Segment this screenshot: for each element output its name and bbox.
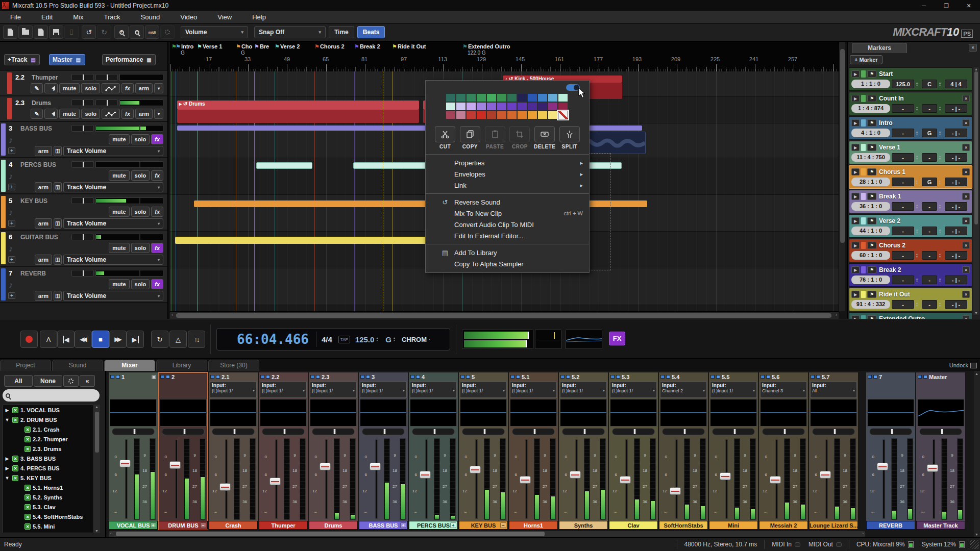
no-color-swatch-selected[interactable] — [558, 111, 568, 119]
solo-button[interactable]: solo — [81, 109, 100, 119]
color-swatch[interactable] — [548, 94, 557, 102]
punch-button[interactable]: Λ — [40, 331, 57, 348]
marker-time-field[interactable]: 1 : 1 : 0 — [851, 80, 890, 88]
draw-tool-button[interactable]: ✎ — [31, 109, 43, 119]
color-swatch[interactable] — [446, 94, 455, 102]
color-toggle-switch[interactable] — [566, 84, 580, 91]
volume-fader[interactable] — [468, 438, 483, 520]
mixer-channel-strip[interactable]: 2.1 Input: (L)Input 1/▾ 0 6 — [209, 372, 258, 530]
key-spinner[interactable]: ▲▼ — [939, 251, 943, 260]
marker-name[interactable]: Count In — [879, 95, 961, 102]
track-name[interactable]: GUITAR BUS — [20, 234, 58, 241]
expand-arrow-icon[interactable]: ▶ — [4, 456, 10, 461]
mixer-channel-strip[interactable]: 5.6 Input: Channel 3▾ 0 6 — [759, 372, 808, 530]
automation-param-select[interactable]: Track Volume▾ — [63, 255, 163, 265]
close-button[interactable]: ✕ — [958, 0, 980, 11]
marker-expand-button[interactable]: ▶ — [851, 217, 860, 224]
marker-timesig-field[interactable]: - | - — [945, 104, 967, 113]
marker-card[interactable]: ▶ ⚑ Chorus 2 ✕ 60 : 1 : 0 - ▲▼ - ▲▼ - | … — [849, 239, 972, 262]
key-spinner[interactable]: ▲▼ — [939, 178, 943, 186]
scroll-down-icon[interactable]: ▼ — [974, 311, 978, 315]
marker-time-field[interactable]: 28 : 1 : 0 — [851, 178, 890, 186]
fader-handle[interactable] — [570, 471, 581, 479]
tempo-spinner[interactable]: ▲▼ — [916, 227, 920, 235]
new-project-button[interactable] — [3, 26, 17, 39]
volume-fader[interactable] — [668, 438, 683, 520]
channel-name-label[interactable]: KEY BUS− — [459, 521, 508, 530]
mode-dropdown[interactable]: ▼ — [428, 338, 431, 341]
scroll-left-icon[interactable]: ‹ — [172, 312, 173, 317]
color-swatch[interactable] — [548, 103, 557, 110]
tempo-spinner[interactable]: ▲▼ — [916, 153, 920, 162]
marker-key-field[interactable]: - — [922, 276, 937, 284]
color-swatch[interactable] — [456, 111, 465, 119]
marker-tempo-field[interactable]: - — [892, 129, 914, 137]
pitch-mode[interactable]: CHROM — [402, 336, 427, 343]
markers-close-button[interactable]: ✕ — [969, 44, 977, 52]
section-marker[interactable]: ⚑Break 2 — [354, 43, 431, 50]
metronome-button[interactable]: △ — [169, 331, 187, 348]
fx-button[interactable]: fx — [121, 109, 134, 119]
pan-slider[interactable] — [162, 428, 205, 435]
fx-button[interactable]: fx — [151, 279, 163, 289]
marker-tempo-field[interactable]: - — [892, 104, 914, 113]
fader-handle[interactable] — [770, 476, 781, 484]
tree-item[interactable]: ✕ 2.1. Crash — [3, 424, 93, 434]
marker-tempo-field[interactable]: - — [892, 227, 914, 235]
marker-delete-button[interactable]: ✕ — [962, 193, 970, 200]
undo-button[interactable]: ↺ — [82, 26, 96, 39]
marker-card[interactable]: ▶ ⚑ Chorus 1 ✕ 28 : 1 : 0 - ▲▼ G ▲▼ - | … — [849, 165, 972, 189]
marker-name[interactable]: Verse 1 — [879, 144, 961, 151]
add-lane-button[interactable]: + — [8, 220, 15, 227]
marker-delete-button[interactable]: ✕ — [962, 315, 970, 319]
tempo-spinner[interactable]: ▲▼ — [916, 104, 920, 113]
record-button[interactable] — [20, 331, 38, 348]
color-swatch[interactable] — [497, 103, 506, 110]
channel-header[interactable]: 5.5 — [709, 372, 758, 381]
channel-name-label[interactable]: Clav — [609, 521, 658, 530]
channel-name-label[interactable]: Messiah 2 — [759, 521, 808, 530]
mixer-channel-strip[interactable]: 2.2 Input: (L)Input 1/▾ 0 6 — [259, 372, 308, 530]
fader-handle[interactable] — [520, 476, 531, 484]
track-name[interactable]: PERCS BUS — [20, 161, 56, 168]
pan-slider[interactable] — [412, 428, 455, 435]
marker-color-chip[interactable] — [861, 266, 866, 273]
delete-button[interactable]: DELETE — [533, 126, 556, 149]
fx-button[interactable]: fx — [121, 83, 134, 93]
input-select[interactable]: Input: (L)Input 1/▾ — [410, 382, 457, 398]
marker-delete-button[interactable]: ✕ — [962, 266, 970, 273]
eq-display[interactable] — [810, 399, 857, 427]
select-none-button[interactable]: None — [34, 375, 62, 387]
context-menu-item[interactable]: Mix To New Clip ctrl + W — [426, 208, 589, 219]
track-name[interactable]: KEY BUS — [20, 197, 47, 205]
pan-slider[interactable] — [71, 234, 94, 240]
input-select[interactable]: Input: (L)Input 1/▾ — [260, 382, 307, 398]
arm-button[interactable]: arm — [135, 109, 153, 119]
expand-collapse-button[interactable]: + — [450, 522, 456, 528]
marker-color-chip[interactable] — [861, 70, 866, 78]
volume-fader[interactable] — [768, 438, 783, 520]
eq-display[interactable] — [560, 399, 607, 427]
time-display[interactable]: 66:04.466 — [217, 332, 309, 347]
volume-slider[interactable] — [95, 74, 118, 81]
expand-collapse-button[interactable]: + — [400, 522, 406, 528]
color-swatch[interactable] — [497, 94, 506, 102]
marker-key-field[interactable]: - — [922, 153, 937, 162]
color-swatch[interactable] — [518, 103, 527, 110]
marker-tempo-field[interactable]: - — [892, 300, 914, 309]
section-marker[interactable]: ⚑Bre — [254, 43, 331, 50]
input-select[interactable]: Input: (L)Input 1/▾ — [460, 382, 507, 398]
marker-delete-button[interactable]: ✕ — [962, 291, 970, 298]
volume-fader[interactable] — [568, 438, 583, 520]
mixer-channel-strip[interactable]: 5.7 Input: All▾ 0 6 12 — [809, 372, 858, 530]
marker-tempo-field[interactable]: - — [892, 178, 914, 186]
split-tool-button[interactable]: ⌷ — [64, 26, 79, 39]
fx-button[interactable]: fx — [151, 207, 163, 217]
pan-slider[interactable] — [71, 125, 94, 132]
key-spinner[interactable]: ▲▼ — [939, 129, 943, 137]
volume-fader[interactable] — [217, 438, 233, 520]
color-swatch[interactable] — [558, 103, 568, 110]
volume-fader[interactable] — [875, 438, 890, 520]
redo-button[interactable]: ↻ — [97, 26, 111, 39]
tab-mixer[interactable]: Mixer — [104, 360, 155, 371]
